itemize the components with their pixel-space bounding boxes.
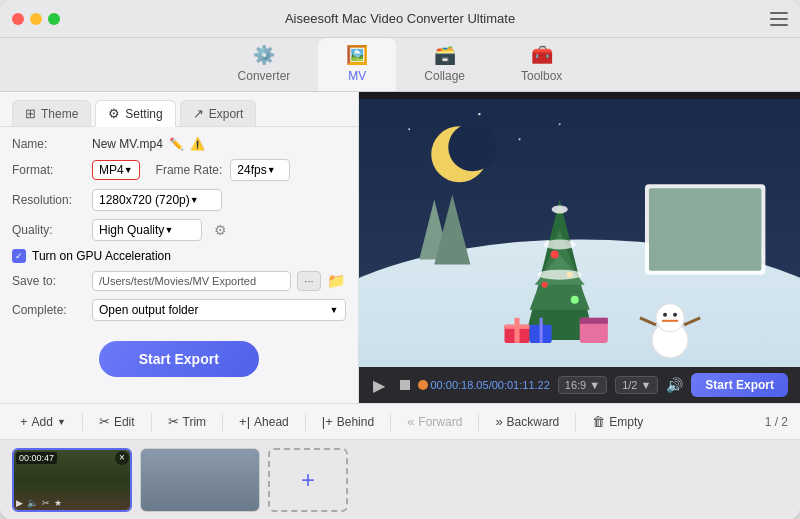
svg-point-16 — [550, 251, 558, 259]
titlebar: Aiseesoft Mac Video Converter Ultimate — [0, 0, 800, 38]
maximize-button[interactable] — [48, 13, 60, 25]
volume-icon[interactable]: 🔊 — [666, 377, 683, 393]
add-clip-button[interactable]: + — [268, 448, 348, 512]
svg-point-18 — [541, 282, 547, 288]
gpu-checkbox[interactable]: ✓ — [12, 249, 26, 263]
top-nav: ⚙️ Converter 🖼️ MV 🗃️ Collage 🧰 Toolbox — [0, 38, 800, 92]
complete-select[interactable]: Open output folder ▼ — [92, 299, 346, 321]
svg-point-2 — [478, 113, 480, 115]
left-panel: ⊞ Theme ⚙ Setting ↗ Export Name: — [0, 92, 359, 403]
thumb-1-badge: 00:00:47 — [16, 452, 57, 464]
tab-collage[interactable]: 🗃️ Collage — [396, 38, 493, 91]
forward-button[interactable]: « Forward — [399, 410, 470, 433]
add-button[interactable]: + Add ▼ — [12, 410, 74, 433]
sub-tab-setting[interactable]: ⚙ Setting — [95, 100, 175, 127]
main-content: ⊞ Theme ⚙ Setting ↗ Export Name: — [0, 92, 800, 403]
quality-value: High Quality — [99, 223, 164, 237]
sub-tab-export-label: Export — [209, 107, 244, 121]
zoom-value: 1/2 — [622, 379, 637, 391]
thumb-audio-icon[interactable]: 🔈 — [27, 498, 38, 508]
name-warn-icon: ⚠️ — [190, 137, 205, 151]
mv-icon: 🖼️ — [346, 44, 368, 66]
add-label: Add — [32, 415, 53, 429]
format-label: Format: — [12, 163, 84, 177]
thumb-1-close[interactable]: × — [115, 451, 129, 465]
svg-rect-29 — [539, 318, 542, 343]
gpu-row: ✓ Turn on GPU Acceleration — [12, 249, 346, 263]
tab-converter-label: Converter — [238, 69, 291, 83]
quality-settings-icon[interactable]: ⚙ — [214, 222, 227, 238]
add-icon: + — [20, 414, 28, 429]
svg-rect-31 — [579, 318, 607, 324]
name-value-row: New MV.mp4 ✏️ ⚠️ — [92, 137, 205, 151]
svg-point-33 — [656, 304, 684, 332]
svg-point-1 — [408, 128, 410, 130]
stop-button[interactable]: ⏹ — [395, 374, 415, 396]
trim-button[interactable]: ✂ Trim — [160, 410, 215, 433]
browse-dots-button[interactable]: ··· — [297, 271, 320, 291]
start-export-small-button[interactable]: Start Export — [691, 373, 788, 397]
ahead-button[interactable]: +| Ahead — [231, 410, 297, 433]
play-button[interactable]: ▶ — [371, 374, 387, 397]
format-select[interactable]: MP4 ▼ — [92, 160, 140, 180]
window-title: Aiseesoft Mac Video Converter Ultimate — [285, 11, 515, 26]
complete-value: Open output folder — [99, 303, 198, 317]
sub-tabs: ⊞ Theme ⚙ Setting ↗ Export — [0, 92, 358, 127]
aspect-value: 16:9 — [565, 379, 586, 391]
thumb-1-controls: ▶ 🔈 ✂ ★ — [16, 498, 128, 508]
tab-converter[interactable]: ⚙️ Converter — [210, 38, 319, 91]
edit-button[interactable]: ✂ Edit — [91, 410, 143, 433]
aspect-select[interactable]: 16:9 ▼ — [558, 376, 607, 394]
menu-icon[interactable] — [770, 12, 788, 26]
zoom-select[interactable]: 1/2 ▼ — [615, 376, 658, 394]
resolution-select[interactable]: 1280x720 (720p) ▼ — [92, 189, 222, 211]
aspect-chevron-icon: ▼ — [589, 379, 600, 391]
separator-6 — [478, 413, 479, 431]
svg-point-19 — [570, 296, 578, 304]
minimize-button[interactable] — [30, 13, 42, 25]
tab-toolbox-label: Toolbox — [521, 69, 562, 83]
resolution-chevron-icon: ▼ — [190, 195, 199, 205]
tab-toolbox[interactable]: 🧰 Toolbox — [493, 38, 590, 91]
complete-chevron-icon: ▼ — [330, 305, 339, 315]
resolution-row: Resolution: 1280x720 (720p) ▼ — [12, 189, 346, 211]
thumb-cut-icon[interactable]: ✂ — [42, 498, 50, 508]
behind-label: Behind — [337, 415, 374, 429]
empty-button[interactable]: 🗑 Empty — [584, 410, 651, 433]
start-export-button[interactable]: Start Export — [99, 341, 259, 377]
backward-button[interactable]: » Backward — [487, 410, 567, 433]
behind-button[interactable]: |+ Behind — [314, 410, 382, 433]
quality-select[interactable]: High Quality ▼ — [92, 219, 202, 241]
converter-icon: ⚙️ — [253, 44, 275, 66]
separator-5 — [390, 413, 391, 431]
svg-point-3 — [558, 123, 560, 125]
time-current: 00:00:18.05 — [431, 379, 489, 391]
framerate-value: 24fps — [237, 163, 266, 177]
trim-label: Trim — [183, 415, 207, 429]
video-preview — [359, 92, 801, 367]
framerate-select[interactable]: 24fps ▼ — [230, 159, 290, 181]
forward-label: Forward — [418, 415, 462, 429]
svg-point-22 — [537, 270, 581, 280]
saveto-label: Save to: — [12, 274, 84, 288]
sub-tab-setting-label: Setting — [125, 107, 162, 121]
ahead-icon: +| — [239, 414, 250, 429]
sub-tab-export[interactable]: ↗ Export — [180, 100, 257, 126]
complete-label: Complete: — [12, 303, 84, 317]
filmstrip-thumb-2[interactable] — [140, 448, 260, 512]
forward-icon: « — [407, 414, 414, 429]
open-folder-button[interactable]: 📁 — [327, 272, 346, 290]
filmstrip-thumb-1[interactable]: 00:00:47 × ▶ 🔈 ✂ ★ — [12, 448, 132, 512]
format-value: MP4 — [99, 163, 124, 177]
progress-knob[interactable] — [418, 380, 428, 390]
settings-form: Name: New MV.mp4 ✏️ ⚠️ Format: MP4 ▼ Fra… — [0, 127, 358, 403]
tab-mv[interactable]: 🖼️ MV — [318, 38, 396, 91]
thumb-stars-icon[interactable]: ★ — [54, 498, 62, 508]
traffic-lights — [12, 13, 60, 25]
thumb-play-icon[interactable]: ▶ — [16, 498, 23, 508]
sub-tab-theme[interactable]: ⊞ Theme — [12, 100, 91, 126]
close-button[interactable] — [12, 13, 24, 25]
name-edit-icon[interactable]: ✏️ — [169, 137, 184, 151]
sub-tab-theme-label: Theme — [41, 107, 78, 121]
add-chevron-icon: ▼ — [57, 417, 66, 427]
